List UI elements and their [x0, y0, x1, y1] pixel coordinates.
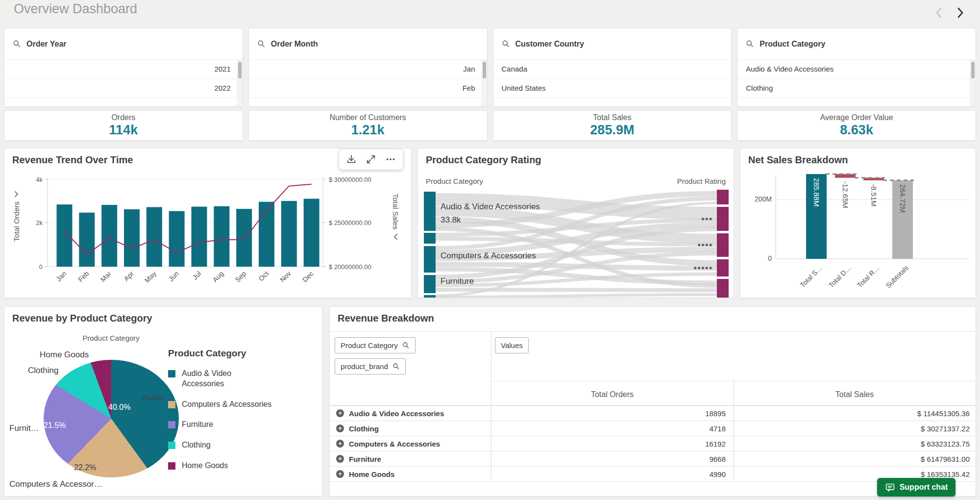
- bar-nov[interactable]: [281, 201, 297, 267]
- pivot-dimension-chip[interactable]: product_brand: [335, 358, 406, 375]
- prev-sheet-button[interactable]: [930, 4, 948, 22]
- expand-icon[interactable]: +: [336, 425, 344, 432]
- kpi-label: Average Order Value: [820, 113, 893, 122]
- scrollbar[interactable]: [970, 59, 976, 106]
- column-header[interactable]: Total Sales: [734, 390, 976, 399]
- bar-jun[interactable]: [169, 211, 185, 267]
- expand-icon[interactable]: +: [336, 455, 344, 463]
- sankey-right-node[interactable]: [717, 279, 729, 298]
- kpi-average-order-value[interactable]: Average Order Value8.63k: [737, 110, 976, 141]
- filter-value[interactable]: United States: [493, 78, 732, 98]
- revenue-by-category-chart[interactable]: Revenue by Product Category Product Cate…: [4, 306, 322, 497]
- legend-item[interactable]: Furniture: [168, 420, 315, 430]
- bar-oct[interactable]: [259, 202, 274, 267]
- x-tick-label: Total D…: [827, 264, 853, 289]
- bar-dec[interactable]: [304, 199, 319, 267]
- sankey-right-node[interactable]: [717, 190, 729, 204]
- row-label: Clothing: [349, 425, 379, 433]
- filter-order-month[interactable]: Order MonthJanFeb: [248, 28, 488, 107]
- row-label-cell: +Furniture: [330, 455, 491, 463]
- pie-chart[interactable]: [44, 360, 179, 477]
- x-tick-label: Jan: [54, 270, 68, 283]
- legend-swatch: [168, 442, 175, 449]
- row-label-cell: +Computers & Accessories: [330, 440, 491, 448]
- bar-apr[interactable]: [124, 209, 140, 267]
- revenue-breakdown-pivot[interactable]: Revenue Breakdown Product Category produ…: [329, 306, 976, 497]
- net-sales-chart[interactable]: Net Sales Breakdown 0200M285.88MTotal S……: [740, 148, 976, 298]
- sankey-right-node[interactable]: [717, 207, 729, 231]
- sankey-left-node[interactable]: [424, 246, 436, 273]
- expand-icon[interactable]: +: [336, 440, 344, 448]
- pivot-dimension-chip[interactable]: Product Category: [335, 337, 416, 353]
- legend-item[interactable]: Audio & Video Accessories: [168, 369, 315, 389]
- legend-item[interactable]: Clothing: [168, 440, 315, 450]
- bar-mar[interactable]: [101, 205, 117, 267]
- kpi-number-of-customers[interactable]: Number of Customers1.21k: [248, 110, 488, 141]
- more-options-icon[interactable]: [385, 154, 396, 165]
- scrollbar[interactable]: [481, 59, 487, 106]
- legend-swatch: [168, 462, 175, 470]
- legend-item[interactable]: Computers & Accessories: [168, 400, 315, 410]
- legend-label: Clothing: [182, 440, 211, 450]
- kpi-orders[interactable]: Orders114k: [4, 110, 243, 141]
- download-icon[interactable]: [346, 154, 357, 165]
- combo-chart-plot[interactable]: 02k4k$ 20000000.00$ 25000000.00$ 3000000…: [29, 173, 401, 296]
- legend-label: Furniture: [182, 420, 213, 430]
- legend-swatch: [168, 370, 175, 377]
- legend-label: Computers & Accessories: [182, 400, 271, 410]
- search-icon: [13, 40, 21, 48]
- filter-order-year[interactable]: Order Year20212022: [4, 28, 243, 107]
- left-axis-title[interactable]: Total Orders: [12, 191, 21, 242]
- kpi-total-sales[interactable]: Total Sales285.9M: [493, 110, 732, 141]
- filter-value[interactable]: 2021: [4, 59, 243, 78]
- legend-swatch: [168, 421, 175, 428]
- bar-may[interactable]: [147, 207, 162, 267]
- bar-jul[interactable]: [192, 207, 207, 267]
- filter-value-partial: [737, 98, 976, 106]
- filter-value[interactable]: 2022: [4, 78, 243, 98]
- legend-title: Product Category: [168, 348, 315, 359]
- total-orders-cell: 4718: [491, 425, 734, 433]
- filter-value[interactable]: Clothing: [737, 78, 976, 98]
- pivot-values-chip[interactable]: Values: [495, 337, 529, 353]
- waterfall-bar-2[interactable]: [835, 174, 856, 178]
- bar-aug[interactable]: [214, 206, 229, 267]
- total-sales-line[interactable]: [65, 184, 312, 254]
- right-axis-title[interactable]: Total Sales: [392, 194, 400, 240]
- filter-value[interactable]: Audio & Video Accessories: [737, 59, 976, 78]
- waterfall-bar-3[interactable]: [863, 178, 884, 180]
- filter-product-category[interactable]: Product CategoryAudio & Video Accessorie…: [737, 28, 976, 107]
- sankey-left-node[interactable]: [424, 192, 436, 231]
- sankey-label: Furniture: [441, 276, 474, 286]
- column-header[interactable]: Total Orders: [491, 390, 734, 399]
- expand-icon[interactable]: +: [336, 409, 344, 417]
- kpi-value: 1.21k: [351, 123, 385, 138]
- filter-value[interactable]: Canada: [493, 59, 732, 78]
- support-chat-button[interactable]: Support chat: [877, 478, 956, 497]
- sankey-label: 33.8k: [441, 215, 461, 225]
- expand-icon[interactable]: +: [336, 470, 344, 478]
- next-sheet-button[interactable]: [952, 4, 969, 22]
- filter-header: Customer Country: [493, 28, 732, 59]
- bar-feb[interactable]: [79, 213, 95, 267]
- waterfall-plot[interactable]: 0200M285.88MTotal S…-12.65MTotal D…-8.51…: [743, 166, 972, 298]
- bar-jan[interactable]: [57, 204, 73, 267]
- sankey-right-node[interactable]: [717, 259, 729, 276]
- x-tick-label: Total R…: [856, 264, 881, 289]
- sankey-left-node[interactable]: [424, 275, 436, 293]
- search-icon: [502, 40, 510, 48]
- revenue-trend-chart[interactable]: Revenue Trend Over Time Total Orders Tot…: [4, 148, 412, 298]
- filter-customer-country[interactable]: Customer CountryCanadaUnited States: [493, 28, 732, 107]
- bar-sep[interactable]: [236, 209, 252, 267]
- sankey-plot[interactable]: Audio & Video Accessories33.8kComputers …: [424, 190, 729, 298]
- category-rating-chart[interactable]: Product Category Rating Product Category…: [417, 148, 734, 298]
- sankey-left-node[interactable]: [424, 295, 436, 298]
- table-row: +Clothing4718$ 30271337.22: [330, 421, 976, 436]
- expand-icon[interactable]: [366, 154, 376, 165]
- sankey-right-node[interactable]: [717, 233, 729, 257]
- legend-item[interactable]: Home Goods: [168, 461, 315, 471]
- sankey-left-node[interactable]: [424, 233, 436, 244]
- filter-value[interactable]: Jan: [249, 59, 487, 78]
- filter-value[interactable]: Feb: [249, 78, 487, 98]
- scrollbar[interactable]: [237, 59, 243, 106]
